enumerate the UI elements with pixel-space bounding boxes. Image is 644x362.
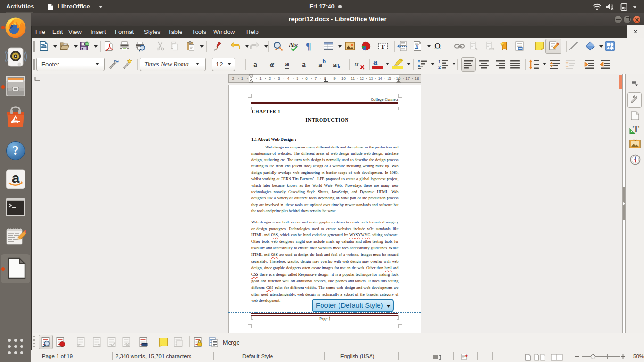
svg-text:Ω: Ω	[434, 41, 441, 51]
svg-text:a: a	[12, 170, 20, 186]
svg-text:#: #	[415, 44, 419, 51]
svg-text:2: 2	[438, 65, 441, 70]
svg-text:1: 1	[438, 59, 441, 64]
svg-text:?: ?	[12, 143, 19, 157]
svg-text:T: T	[381, 43, 385, 50]
svg-text:¶: ¶	[306, 41, 311, 51]
svg-text:*: *	[465, 354, 468, 361]
svg-text:T: T	[633, 123, 639, 135]
